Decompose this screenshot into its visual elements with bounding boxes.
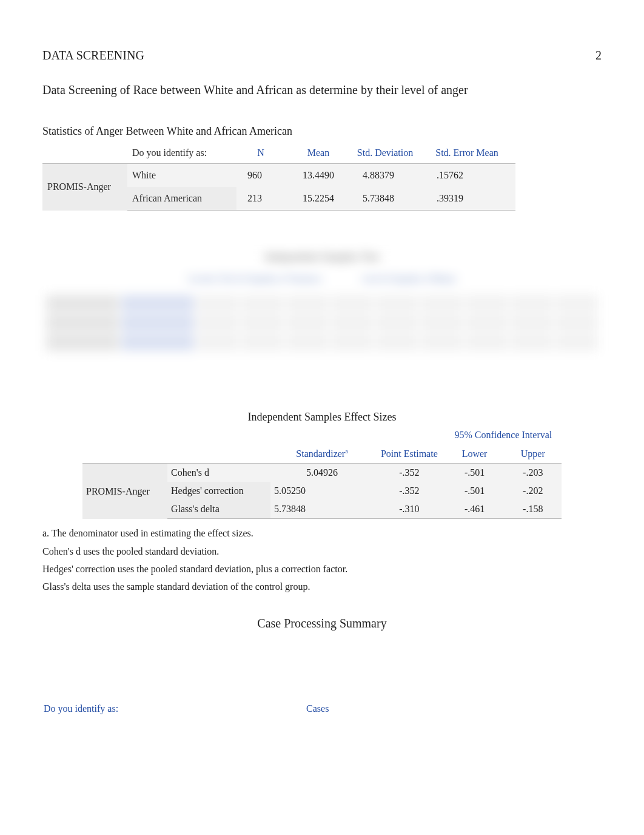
- cell-std: 5.73848: [270, 500, 374, 519]
- cell-lower: -.501: [445, 482, 505, 500]
- cell-point: -.352: [374, 464, 445, 482]
- cell-upper: -.203: [504, 464, 562, 482]
- cell-sd: 5.73848: [352, 187, 418, 211]
- cell-point: -.352: [374, 482, 445, 500]
- effect-table-notes: a. The denominator used in estimating th…: [42, 525, 602, 595]
- cell-n: 960: [236, 164, 285, 188]
- group-label: White: [127, 164, 236, 188]
- group-label: African American: [127, 187, 236, 211]
- col-identify: Do you identify as:: [127, 143, 236, 164]
- col-point-estimate: Point Estimate: [374, 444, 445, 464]
- cell-n: 213: [236, 187, 285, 211]
- note-b: Cohen's d uses the pooled standard devia…: [42, 543, 602, 559]
- cell-upper: -.202: [504, 482, 562, 500]
- metric-label: Hedges' correction: [167, 482, 270, 500]
- document-title: Data Screening of Race between White and…: [42, 83, 602, 97]
- col-sem: Std. Error Mean: [418, 143, 515, 164]
- col-sd: Std. Deviation: [352, 143, 418, 164]
- cps-identify-label: Do you identify as:: [44, 703, 118, 714]
- ci-label: 95% Confidence Interval: [445, 426, 562, 444]
- cell-upper: -.158: [504, 500, 562, 519]
- cell-std: 5.05250: [270, 482, 374, 500]
- col-upper: Upper: [504, 444, 562, 464]
- effect-table-title: Independent Samples Effect Sizes: [42, 411, 602, 424]
- col-n: N: [236, 143, 285, 164]
- stats-table: Do you identify as: N Mean Std. Deviatio…: [42, 143, 515, 211]
- table-row: PROMIS-Anger Cohen's d 5.04926 -.352 -.5…: [82, 464, 562, 482]
- cell-std: 5.04926: [270, 464, 374, 482]
- cell-lower: -.461: [445, 500, 505, 519]
- cell-sd: 4.88379: [352, 164, 418, 188]
- cell-point: -.310: [374, 500, 445, 519]
- metric-label: Cohen's d: [167, 464, 270, 482]
- effect-sizes-table: 95% Confidence Interval Standardizera Po…: [82, 426, 562, 519]
- cell-mean: 15.2254: [285, 187, 352, 211]
- cps-cases-label: Cases: [306, 703, 329, 714]
- case-processing-title: Case Processing Summary: [42, 617, 602, 630]
- col-mean: Mean: [285, 143, 352, 164]
- note-d: Glass's delta uses the sample standard d…: [42, 578, 602, 595]
- page-number: 2: [595, 49, 602, 63]
- variable-label: PROMIS-Anger: [82, 464, 167, 519]
- stats-table-title: Statistics of Anger Between White and Af…: [42, 125, 602, 138]
- note-a: a. The denominator used in estimating th…: [42, 525, 602, 541]
- variable-label: PROMIS-Anger: [42, 164, 127, 211]
- col-standardizer: Standardizera: [270, 444, 374, 464]
- running-head: DATA SCREENING: [42, 49, 144, 63]
- cell-sem: .15762: [418, 164, 515, 188]
- note-c: Hedges' correction uses the pooled stand…: [42, 561, 602, 577]
- obscured-table: Independent Samples Test Levene's Test f…: [42, 247, 602, 380]
- cell-lower: -.501: [445, 464, 505, 482]
- table-row: PROMIS-Anger White 960 13.4490 4.88379 .…: [42, 164, 515, 188]
- cell-mean: 13.4490: [285, 164, 352, 188]
- col-lower: Lower: [445, 444, 505, 464]
- cell-sem: .39319: [418, 187, 515, 211]
- metric-label: Glass's delta: [167, 500, 270, 519]
